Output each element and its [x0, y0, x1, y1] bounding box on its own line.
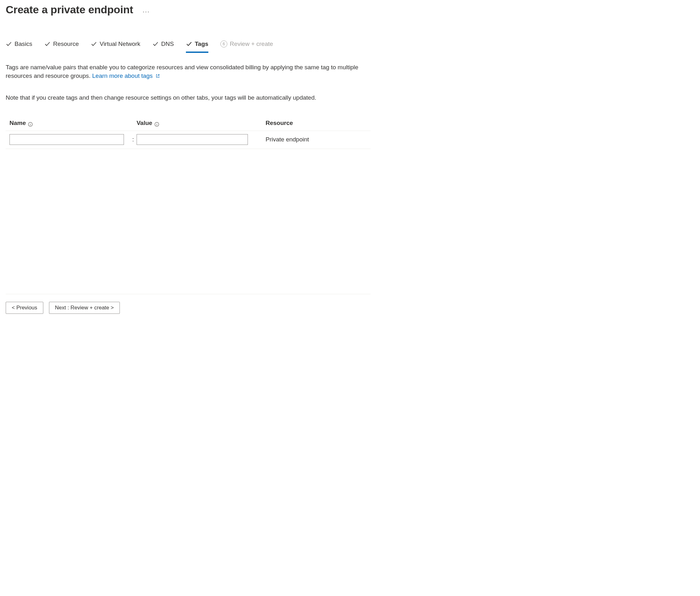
tab-basics[interactable]: Basics [6, 40, 32, 53]
tab-label: Review + create [230, 40, 273, 48]
column-value: Value [136, 119, 257, 127]
column-name-label: Name [9, 119, 26, 127]
tab-resource[interactable]: Resource [44, 40, 79, 53]
tag-value-input[interactable] [136, 134, 248, 145]
tab-label: Tags [195, 40, 208, 48]
tab-label: Virtual Network [100, 40, 140, 48]
tags-note: Note that if you create tags and then ch… [6, 93, 370, 102]
info-icon[interactable] [28, 121, 33, 126]
external-link-icon [156, 72, 160, 76]
tag-name-input[interactable] [9, 134, 124, 145]
tab-dns[interactable]: DNS [152, 40, 174, 53]
tab-label: Resource [53, 40, 79, 48]
tags-table-header: Name Value Resource [6, 119, 370, 131]
previous-button[interactable]: < Previous [6, 302, 43, 314]
check-icon [152, 41, 159, 47]
column-resource: Resource [257, 119, 367, 127]
table-row: : Private endpoint [6, 131, 370, 149]
page-title: Create a private endpoint [6, 2, 133, 17]
svg-point-5 [156, 123, 157, 123]
svg-point-2 [30, 123, 30, 123]
tab-tags[interactable]: Tags [186, 40, 208, 53]
column-value-label: Value [136, 119, 152, 127]
description-text: Tags are name/value pairs that enable yo… [6, 64, 358, 79]
tab-label: Basics [15, 40, 32, 48]
column-name: Name [9, 119, 130, 127]
next-button[interactable]: Next : Review + create > [49, 302, 120, 314]
kv-separator: : [130, 135, 136, 144]
learn-more-link[interactable]: Learn more about tags [92, 72, 160, 79]
tab-review-create: 6 Review + create [221, 40, 273, 53]
more-actions-icon[interactable]: ··· [141, 7, 152, 16]
check-icon [44, 41, 51, 47]
tags-table: Name Value Resource : Private e [6, 119, 370, 149]
tag-resource: Private endpoint [257, 135, 367, 144]
tags-description: Tags are name/value pairs that enable yo… [6, 63, 369, 80]
step-number-badge: 6 [221, 41, 227, 47]
check-icon [186, 41, 192, 47]
wizard-footer: < Previous Next : Review + create > [6, 294, 370, 314]
info-icon[interactable] [154, 121, 159, 126]
tab-virtual-network[interactable]: Virtual Network [91, 40, 140, 53]
wizard-tabs: Basics Resource Virtual Network DNS Tags [6, 40, 370, 53]
check-icon [6, 41, 12, 47]
learn-more-label: Learn more about tags [92, 72, 153, 79]
tab-label: DNS [161, 40, 174, 48]
check-icon [91, 41, 97, 47]
